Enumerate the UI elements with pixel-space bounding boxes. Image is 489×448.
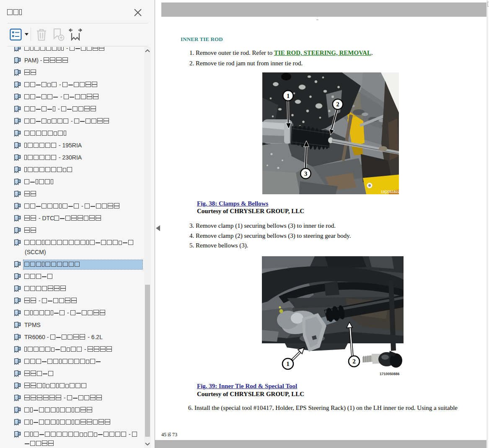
svg-text:1: 1 xyxy=(287,93,290,99)
svg-text:19|2051822: 19|2051822 xyxy=(381,190,399,194)
svg-text:2: 2 xyxy=(352,358,356,365)
svg-text:1710050886: 1710050886 xyxy=(380,372,400,376)
svg-text:3: 3 xyxy=(304,170,307,177)
svg-text:1: 1 xyxy=(286,360,290,367)
svg-text:2: 2 xyxy=(336,101,339,108)
